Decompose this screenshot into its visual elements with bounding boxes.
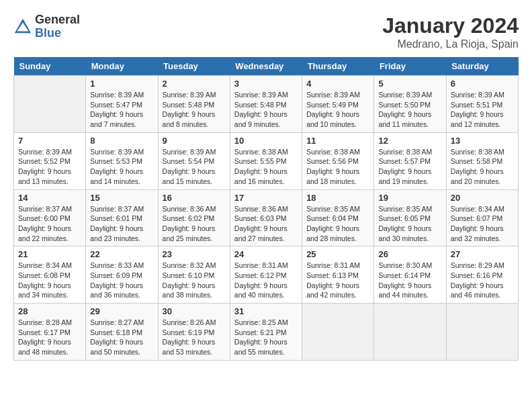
- day-of-week-header: Saturday: [446, 57, 518, 76]
- calendar-cell: 17Sunrise: 8:36 AM Sunset: 6:03 PM Dayli…: [230, 189, 302, 246]
- cell-info: Sunrise: 8:35 AM Sunset: 6:04 PM Dayligh…: [306, 204, 369, 244]
- cell-info: Sunrise: 8:31 AM Sunset: 6:13 PM Dayligh…: [306, 261, 369, 300]
- cell-info: Sunrise: 8:39 AM Sunset: 5:54 PM Dayligh…: [163, 147, 226, 187]
- calendar-cell: 12Sunrise: 8:38 AM Sunset: 5:57 PM Dayli…: [374, 132, 446, 189]
- calendar-cell: 31Sunrise: 8:25 AM Sunset: 6:21 PM Dayli…: [230, 304, 302, 361]
- day-of-week-header: Friday: [374, 57, 446, 76]
- calendar-cell: 3Sunrise: 8:39 AM Sunset: 5:48 PM Daylig…: [230, 76, 302, 133]
- calendar-cell: 21Sunrise: 8:34 AM Sunset: 6:08 PM Dayli…: [14, 246, 86, 304]
- day-number: 31: [234, 306, 298, 316]
- day-number: 9: [163, 136, 226, 146]
- logo-icon: [13, 17, 32, 36]
- location-subtitle: Medrano, La Rioja, Spain: [382, 38, 519, 50]
- cell-info: Sunrise: 8:35 AM Sunset: 6:05 PM Dayligh…: [378, 204, 441, 244]
- cell-info: Sunrise: 8:36 AM Sunset: 6:03 PM Dayligh…: [234, 204, 298, 244]
- logo-text: General Blue: [35, 13, 80, 40]
- cell-info: Sunrise: 8:32 AM Sunset: 6:10 PM Dayligh…: [163, 261, 226, 300]
- calendar-cell: 22Sunrise: 8:33 AM Sunset: 6:09 PM Dayli…: [86, 246, 158, 304]
- calendar-cell: 24Sunrise: 8:31 AM Sunset: 6:12 PM Dayli…: [230, 246, 302, 304]
- cell-info: Sunrise: 8:39 AM Sunset: 5:50 PM Dayligh…: [378, 90, 441, 130]
- cell-info: Sunrise: 8:38 AM Sunset: 5:56 PM Dayligh…: [306, 147, 369, 187]
- day-number: 16: [163, 193, 226, 203]
- page-header: General Blue January 2024 Medrano, La Ri…: [13, 13, 519, 50]
- day-number: 7: [18, 136, 81, 146]
- day-of-week-header: Monday: [86, 57, 158, 76]
- calendar-cell: 20Sunrise: 8:34 AM Sunset: 6:07 PM Dayli…: [446, 189, 518, 246]
- calendar-week-row: 28Sunrise: 8:28 AM Sunset: 6:17 PM Dayli…: [14, 304, 519, 361]
- cell-info: Sunrise: 8:39 AM Sunset: 5:47 PM Dayligh…: [90, 90, 153, 130]
- calendar-cell: 18Sunrise: 8:35 AM Sunset: 6:04 PM Dayli…: [302, 189, 374, 246]
- calendar-cell: 15Sunrise: 8:37 AM Sunset: 6:01 PM Dayli…: [86, 189, 158, 246]
- day-number: 5: [378, 79, 441, 89]
- cell-info: Sunrise: 8:38 AM Sunset: 5:55 PM Dayligh…: [234, 147, 298, 187]
- day-number: 17: [234, 193, 298, 203]
- cell-info: Sunrise: 8:39 AM Sunset: 5:52 PM Dayligh…: [18, 147, 81, 187]
- day-number: 10: [234, 136, 298, 146]
- cell-info: Sunrise: 8:39 AM Sunset: 5:48 PM Dayligh…: [234, 90, 298, 130]
- day-number: 8: [90, 136, 153, 146]
- calendar-cell: [14, 76, 86, 133]
- month-year-title: January 2024: [382, 13, 519, 38]
- day-number: 26: [378, 249, 441, 259]
- day-number: 3: [234, 79, 298, 89]
- calendar-cell: 11Sunrise: 8:38 AM Sunset: 5:56 PM Dayli…: [302, 132, 374, 189]
- day-number: 2: [163, 79, 226, 89]
- calendar-cell: 26Sunrise: 8:30 AM Sunset: 6:14 PM Dayli…: [374, 246, 446, 304]
- day-of-week-header: Tuesday: [158, 57, 230, 76]
- day-number: 20: [451, 193, 514, 203]
- day-number: 12: [378, 136, 441, 146]
- calendar-cell: 8Sunrise: 8:39 AM Sunset: 5:53 PM Daylig…: [86, 132, 158, 189]
- day-number: 1: [90, 79, 153, 89]
- day-number: 21: [18, 249, 81, 259]
- calendar-header-row: SundayMondayTuesdayWednesdayThursdayFrid…: [14, 57, 519, 76]
- calendar-cell: 13Sunrise: 8:38 AM Sunset: 5:58 PM Dayli…: [446, 132, 518, 189]
- day-number: 19: [378, 193, 441, 203]
- calendar-cell: 28Sunrise: 8:28 AM Sunset: 6:17 PM Dayli…: [14, 304, 86, 361]
- cell-info: Sunrise: 8:39 AM Sunset: 5:51 PM Dayligh…: [451, 90, 514, 130]
- cell-info: Sunrise: 8:39 AM Sunset: 5:53 PM Dayligh…: [90, 147, 153, 187]
- day-number: 23: [163, 249, 226, 259]
- cell-info: Sunrise: 8:33 AM Sunset: 6:09 PM Dayligh…: [90, 261, 153, 300]
- title-area: January 2024 Medrano, La Rioja, Spain: [382, 13, 519, 50]
- calendar-cell: 27Sunrise: 8:29 AM Sunset: 6:16 PM Dayli…: [446, 246, 518, 304]
- calendar-cell: 4Sunrise: 8:39 AM Sunset: 5:49 PM Daylig…: [302, 76, 374, 133]
- calendar-cell: 23Sunrise: 8:32 AM Sunset: 6:10 PM Dayli…: [158, 246, 230, 304]
- day-number: 28: [18, 306, 81, 316]
- cell-info: Sunrise: 8:34 AM Sunset: 6:07 PM Dayligh…: [451, 204, 514, 244]
- cell-info: Sunrise: 8:38 AM Sunset: 5:58 PM Dayligh…: [451, 147, 514, 187]
- cell-info: Sunrise: 8:39 AM Sunset: 5:48 PM Dayligh…: [163, 90, 226, 130]
- cell-info: Sunrise: 8:36 AM Sunset: 6:02 PM Dayligh…: [163, 204, 226, 244]
- day-number: 15: [90, 193, 153, 203]
- calendar-week-row: 1Sunrise: 8:39 AM Sunset: 5:47 PM Daylig…: [14, 76, 519, 133]
- day-number: 27: [451, 249, 514, 259]
- calendar-cell: 10Sunrise: 8:38 AM Sunset: 5:55 PM Dayli…: [230, 132, 302, 189]
- cell-info: Sunrise: 8:29 AM Sunset: 6:16 PM Dayligh…: [451, 261, 514, 300]
- calendar-cell: 9Sunrise: 8:39 AM Sunset: 5:54 PM Daylig…: [158, 132, 230, 189]
- cell-info: Sunrise: 8:30 AM Sunset: 6:14 PM Dayligh…: [378, 261, 441, 300]
- day-number: 24: [234, 249, 298, 259]
- day-number: 30: [163, 306, 226, 316]
- day-number: 29: [90, 306, 153, 316]
- calendar-cell: 7Sunrise: 8:39 AM Sunset: 5:52 PM Daylig…: [14, 132, 86, 189]
- day-number: 25: [306, 249, 369, 259]
- calendar-cell: 25Sunrise: 8:31 AM Sunset: 6:13 PM Dayli…: [302, 246, 374, 304]
- day-number: 11: [306, 136, 369, 146]
- calendar-cell: 6Sunrise: 8:39 AM Sunset: 5:51 PM Daylig…: [446, 76, 518, 133]
- cell-info: Sunrise: 8:25 AM Sunset: 6:21 PM Dayligh…: [234, 318, 298, 357]
- calendar-cell: 1Sunrise: 8:39 AM Sunset: 5:47 PM Daylig…: [86, 76, 158, 133]
- calendar-cell: [302, 304, 374, 361]
- calendar-cell: 29Sunrise: 8:27 AM Sunset: 6:18 PM Dayli…: [86, 304, 158, 361]
- cell-info: Sunrise: 8:27 AM Sunset: 6:18 PM Dayligh…: [90, 318, 153, 357]
- calendar-cell: 30Sunrise: 8:26 AM Sunset: 6:19 PM Dayli…: [158, 304, 230, 361]
- day-number: 18: [306, 193, 369, 203]
- calendar-cell: 2Sunrise: 8:39 AM Sunset: 5:48 PM Daylig…: [158, 76, 230, 133]
- day-number: 14: [18, 193, 81, 203]
- calendar-cell: [374, 304, 446, 361]
- calendar-cell: 5Sunrise: 8:39 AM Sunset: 5:50 PM Daylig…: [374, 76, 446, 133]
- cell-info: Sunrise: 8:28 AM Sunset: 6:17 PM Dayligh…: [18, 318, 81, 357]
- day-number: 13: [451, 136, 514, 146]
- cell-info: Sunrise: 8:39 AM Sunset: 5:49 PM Dayligh…: [306, 90, 369, 130]
- cell-info: Sunrise: 8:31 AM Sunset: 6:12 PM Dayligh…: [234, 261, 298, 300]
- day-number: 22: [90, 249, 153, 259]
- day-of-week-header: Wednesday: [230, 57, 302, 76]
